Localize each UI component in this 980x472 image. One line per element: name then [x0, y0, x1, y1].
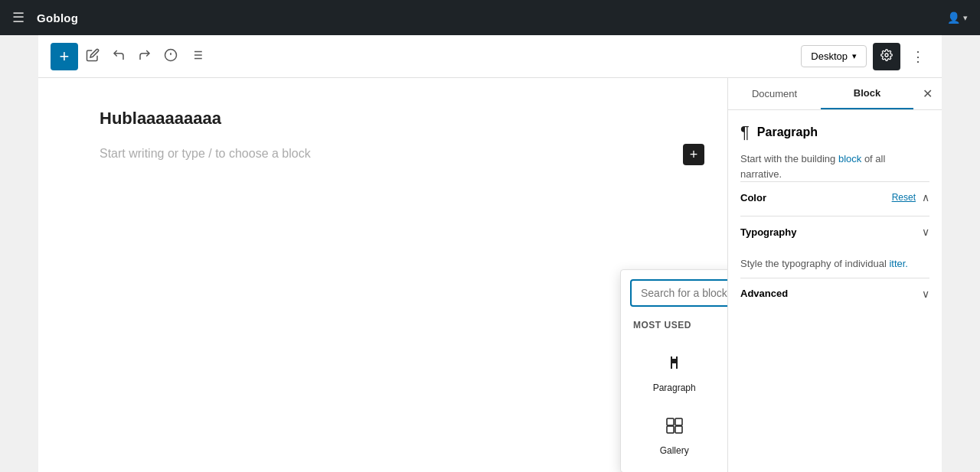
block-search-input[interactable]: [630, 279, 727, 307]
close-sidebar-button[interactable]: ✕: [913, 78, 942, 109]
paragraph-sidebar-title: Paragraph: [757, 125, 818, 139]
site-logo: Goblog: [37, 11, 78, 24]
paragraph-block-header: ¶ Paragraph: [740, 122, 929, 142]
most-used-section-header: Most used ∧: [621, 313, 727, 337]
editor-body: Hublaaaaaaaaa Start writing or type / to…: [38, 78, 942, 472]
redo-icon: [138, 48, 152, 65]
vertical-dots-icon: ⋮: [911, 49, 925, 64]
info-icon: [164, 48, 178, 65]
color-section: Color Reset ∧: [740, 181, 929, 216]
undo-icon: [112, 48, 126, 65]
block-link[interactable]: block: [838, 153, 861, 164]
edit-icon: [86, 48, 100, 65]
user-chevron-icon: ▾: [963, 13, 968, 23]
user-icon: 👤: [947, 11, 960, 24]
svg-point-9: [885, 54, 888, 57]
advanced-section-title: Advanced: [740, 288, 788, 299]
typography-section-header[interactable]: Typography ∨: [740, 226, 929, 241]
advanced-section: Advanced ∨: [740, 278, 929, 312]
gallery-block-label: Gallery: [660, 445, 689, 456]
tab-document[interactable]: Document: [728, 78, 821, 109]
gear-icon: [880, 49, 893, 64]
most-used-label: Most used: [633, 320, 691, 330]
typography-link[interactable]: itter.: [889, 258, 908, 269]
sidebar-content: ¶ Paragraph Start with the building bloc…: [728, 110, 942, 472]
add-block-button[interactable]: +: [51, 43, 78, 70]
block-inserter-panel: Most used ∧ Paragraph: [620, 269, 727, 472]
user-avatar-icon[interactable]: 👤 ▾: [947, 11, 968, 24]
paragraph-block-icon: [665, 353, 684, 376]
typography-section-title: Typography: [740, 226, 796, 238]
advanced-section-header[interactable]: Advanced ∨: [740, 288, 929, 303]
svg-rect-13: [675, 418, 682, 425]
block-item-list[interactable]: List: [721, 406, 727, 466]
paragraph-sidebar-icon: ¶: [740, 122, 750, 142]
paragraph-block-label: Paragraph: [653, 382, 696, 393]
typography-chevron-icon: ∨: [922, 226, 929, 238]
typography-section: Typography ∨: [740, 216, 929, 250]
block-item-paragraph[interactable]: Paragraph: [630, 343, 718, 403]
undo-button[interactable]: [107, 44, 130, 70]
desktop-label: Desktop: [811, 50, 848, 62]
info-button[interactable]: [159, 44, 182, 70]
inline-add-block-button[interactable]: +: [683, 144, 704, 165]
svg-rect-15: [675, 426, 682, 433]
more-options-button[interactable]: ⋮: [906, 44, 929, 70]
redo-button[interactable]: [133, 44, 156, 70]
hamburger-icon[interactable]: ☰: [12, 9, 24, 26]
list-view-button[interactable]: [185, 44, 208, 70]
editor-title: Hublaaaaaaaaa: [100, 109, 666, 129]
preview-device-button[interactable]: Desktop ▾: [801, 45, 867, 67]
close-icon: ✕: [923, 86, 933, 101]
color-section-title: Color: [740, 192, 766, 203]
block-item-image[interactable]: Image: [721, 343, 727, 403]
sidebar-tabs: Document Block ✕: [728, 78, 942, 110]
list-icon: [190, 48, 204, 65]
edit-button[interactable]: [81, 44, 104, 70]
top-navigation: ☰ Goblog 👤 ▾: [0, 0, 980, 35]
color-section-header[interactable]: Color Reset ∧: [740, 191, 929, 207]
advanced-chevron-icon: ∨: [922, 288, 929, 300]
paragraph-sidebar-description: Start with the building block of all nar…: [740, 151, 929, 181]
blocks-grid: Paragraph Image Heading: [621, 337, 727, 472]
chevron-down-icon: ▾: [852, 51, 857, 61]
gallery-block-icon: [665, 416, 684, 439]
sidebar-body-text: Style the typography of individual itter…: [740, 250, 929, 278]
color-chevron-icon: ∧: [922, 191, 929, 203]
sidebar-panel: Document Block ✕ ¶ Paragraph Start with …: [727, 78, 942, 472]
color-reset-link[interactable]: Reset: [892, 192, 916, 203]
editor-toolbar: +: [38, 35, 942, 78]
svg-rect-12: [667, 418, 674, 425]
settings-button[interactable]: [873, 43, 900, 70]
svg-rect-14: [667, 426, 674, 433]
editor-main[interactable]: Hublaaaaaaaaa Start writing or type / to…: [38, 78, 727, 472]
tab-block[interactable]: Block: [821, 78, 913, 109]
block-item-gallery[interactable]: Gallery: [630, 406, 718, 466]
editor-wrapper: +: [38, 35, 942, 472]
editor-placeholder[interactable]: Start writing or type / to choose a bloc…: [100, 147, 666, 161]
